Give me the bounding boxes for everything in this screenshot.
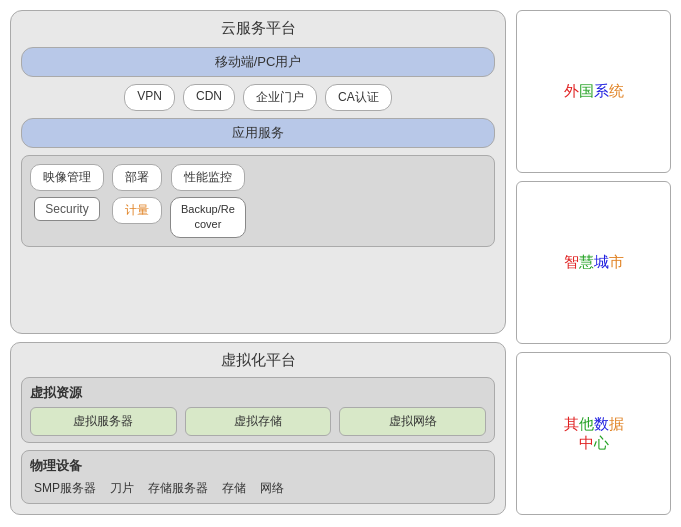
other-char-2: 他 [579, 415, 594, 432]
foreign-char-4: 统 [609, 82, 624, 99]
measure-pill: 计量 [112, 197, 162, 224]
mgmt-col-2: 部署 计量 [112, 164, 162, 224]
virt-platform-title: 虚拟化平台 [21, 351, 495, 370]
blade: 刀片 [110, 480, 134, 497]
smart-char-1: 智 [564, 253, 579, 270]
other-char-6: 心 [594, 434, 609, 451]
image-mgmt-pill: 映像管理 [30, 164, 104, 191]
enterprise-portal-pill: 企业门户 [243, 84, 317, 111]
security-pill: Security [34, 197, 99, 221]
other-datacenter-box: 其他数据 中心 [516, 352, 671, 515]
smart-city-box: 智慧城市 [516, 181, 671, 344]
smart-char-4: 市 [609, 253, 624, 270]
other-char-3: 数 [594, 415, 609, 432]
virtual-server: 虚拟服务器 [30, 407, 177, 436]
virt-platform-box: 虚拟化平台 虚拟资源 虚拟服务器 虚拟存储 虚拟网络 物理设备 SMP服务器 刀… [10, 342, 506, 515]
right-panel: 外国系统 智慧城市 其他数据 中心 [516, 10, 671, 515]
physical-device-box: 物理设备 SMP服务器 刀片 存储服务器 存储 网络 [21, 450, 495, 504]
cdn-pill: CDN [183, 84, 235, 111]
vpn-pill: VPN [124, 84, 175, 111]
deploy-pill: 部署 [112, 164, 162, 191]
smart-char-2: 慧 [579, 253, 594, 270]
foreign-char-1: 外 [564, 82, 579, 99]
foreign-system-box: 外国系统 [516, 10, 671, 173]
user-bar: 移动端/PC用户 [21, 47, 495, 77]
other-char-5: 中 [579, 434, 594, 451]
mgmt-col-1: 映像管理 Security [30, 164, 104, 221]
virtual-storage: 虚拟存储 [185, 407, 332, 436]
smart-city-title: 智慧城市 [564, 253, 624, 272]
storage: 存储 [222, 480, 246, 497]
network: 网络 [260, 480, 284, 497]
virtual-resource-title: 虚拟资源 [30, 384, 486, 402]
main-panel: 云服务平台 移动端/PC用户 VPN CDN 企业门户 CA认证 应用服务 映像… [10, 10, 506, 515]
mgmt-col-3: 性能监控 Backup/Recover [170, 164, 246, 238]
backup-recover-pill: Backup/Recover [170, 197, 246, 238]
foreign-char-2: 国 [579, 82, 594, 99]
storage-server: 存储服务器 [148, 480, 208, 497]
physical-items-row: SMP服务器 刀片 存储服务器 存储 网络 [30, 480, 486, 497]
smp-server: SMP服务器 [34, 480, 96, 497]
foreign-char-3: 系 [594, 82, 609, 99]
virtual-resource-box: 虚拟资源 虚拟服务器 虚拟存储 虚拟网络 [21, 377, 495, 443]
perf-monitor-pill: 性能监控 [171, 164, 245, 191]
cloud-platform-title: 云服务平台 [21, 19, 495, 38]
other-char-4: 据 [609, 415, 624, 432]
virtual-items-row: 虚拟服务器 虚拟存储 虚拟网络 [30, 407, 486, 436]
foreign-system-title: 外国系统 [564, 82, 624, 101]
cloud-platform-box: 云服务平台 移动端/PC用户 VPN CDN 企业门户 CA认证 应用服务 映像… [10, 10, 506, 334]
physical-device-title: 物理设备 [30, 457, 486, 475]
ca-pill: CA认证 [325, 84, 392, 111]
app-services-bar: 应用服务 [21, 118, 495, 148]
management-container: 映像管理 Security 部署 计量 性能监控 Backup/Recover [21, 155, 495, 247]
service-pills-row: VPN CDN 企业门户 CA认证 [21, 84, 495, 111]
virtual-network: 虚拟网络 [339, 407, 486, 436]
other-datacenter-title: 其他数据 中心 [564, 415, 624, 453]
smart-char-3: 城 [594, 253, 609, 270]
other-char-1: 其 [564, 415, 579, 432]
